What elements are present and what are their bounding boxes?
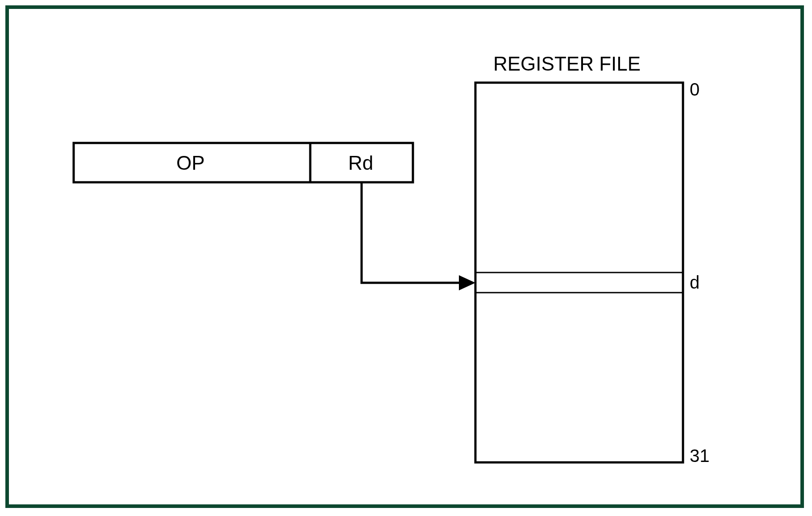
diagram-svg bbox=[0, 0, 812, 516]
register-index-top: 0 bbox=[690, 80, 700, 100]
rd-label: Rd bbox=[348, 152, 373, 174]
rd-to-register-arrow-head bbox=[459, 275, 475, 290]
register-index-selected: d bbox=[690, 273, 700, 293]
register-file-title: REGISTER FILE bbox=[493, 53, 641, 75]
register-index-bottom: 31 bbox=[690, 446, 710, 466]
op-label: OP bbox=[176, 152, 205, 174]
rd-to-register-arrow-line bbox=[362, 182, 464, 283]
